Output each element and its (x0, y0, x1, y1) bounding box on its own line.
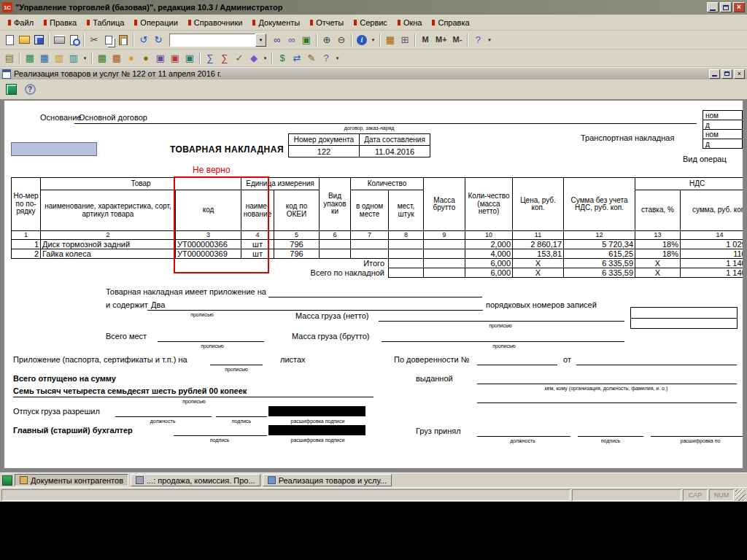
list-icon (136, 476, 144, 484)
menu-item-catalogs[interactable]: Справочники (183, 16, 248, 29)
help-icon[interactable]: ? (471, 33, 485, 47)
menu-item-label: Окна (403, 18, 422, 27)
tab-realization-goods-services[interactable]: Реализация товаров и услу... (263, 474, 392, 486)
zoom-in-icon: ⊕ (323, 35, 331, 44)
screen: 1С "Управление торговлей (базовая)", ред… (0, 0, 747, 560)
form-line (210, 365, 263, 365)
table-row: 1 Диск тормозной задний УТ000000366 шт 7… (12, 240, 743, 249)
combobox-input[interactable] (169, 34, 255, 47)
nomenclature-icon[interactable]: ▥ (66, 51, 81, 66)
new-document-icon[interactable] (2, 33, 17, 47)
menu-item-label: Файл (14, 18, 34, 27)
doc-close-button[interactable]: × (734, 69, 745, 79)
menu-item-reports[interactable]: Отчеты (305, 16, 349, 29)
paste-icon[interactable] (116, 33, 131, 47)
zoom-out-icon[interactable]: ⊖ (334, 33, 349, 47)
menu-item-label: Отчеты (316, 18, 344, 27)
paste-icon (119, 35, 128, 45)
box-divider (631, 318, 737, 319)
cut-icon[interactable]: ✂ (87, 33, 101, 47)
vsego-otpuscheno-label: Всего отпущено на сумму (13, 374, 116, 383)
copy-icon[interactable] (101, 33, 116, 47)
service-messages-icon[interactable] (2, 475, 12, 486)
close-button[interactable]: × (733, 2, 745, 12)
menu-item-help[interactable]: Справка (427, 16, 474, 29)
doc-restore-button[interactable] (721, 69, 732, 79)
planning-icon[interactable]: ◆ (247, 51, 261, 66)
catalogs-dropdown[interactable]: ▼ (81, 51, 89, 66)
minimize-icon (710, 9, 716, 11)
calculator-icon[interactable]: ⊞ (398, 33, 412, 47)
calendar-icon[interactable]: ▦ (383, 33, 398, 47)
service-dropdown[interactable]: ▼ (333, 51, 341, 66)
zoom-in-icon[interactable]: ⊕ (320, 33, 334, 47)
menu-item-windows[interactable]: Окна (392, 16, 427, 29)
info-icon[interactable] (355, 33, 369, 47)
tab-orders-sales-commission[interactable]: ...: продажа, комиссия. Про... (131, 474, 260, 486)
help-button[interactable]: ? (22, 82, 38, 98)
signature-line (174, 435, 267, 436)
menu-item-label: Таблица (93, 18, 124, 27)
sales-report-icon[interactable]: ∑ (203, 51, 217, 66)
menu-item-edit[interactable]: Правка (39, 16, 82, 29)
vsego-mest-label: Всего мест (106, 332, 147, 341)
header-cell: ставка, % (635, 190, 681, 231)
open-icon[interactable] (17, 33, 31, 47)
commission-documents-icon[interactable]: ▣ (182, 51, 197, 66)
cell: 6 335,59 (564, 268, 635, 278)
find-next-icon[interactable]: ∞ (285, 33, 299, 47)
restore-button[interactable] (720, 2, 732, 12)
service-help-icon[interactable]: ? (319, 51, 333, 66)
memory-m-button[interactable]: М (418, 33, 433, 47)
cash-documents-icon[interactable]: ● (124, 51, 139, 66)
counterparty-orders-icon[interactable]: ▦ (23, 51, 37, 66)
sales-documents-icon[interactable]: ▦ (95, 51, 109, 66)
currency-rates-icon[interactable]: $ (275, 51, 290, 66)
warehouse-documents-icon[interactable]: ▣ (153, 51, 168, 66)
header-cell: Но-мер по по-рядку (12, 178, 41, 231)
retail-documents-icon[interactable]: ▣ (168, 51, 182, 66)
cell: 2 (12, 249, 41, 259)
minimize-button[interactable] (707, 2, 719, 12)
find-icon[interactable]: ∞ (270, 33, 285, 47)
exchange-icon[interactable]: ⇄ (290, 51, 304, 66)
cell (389, 240, 424, 249)
osnovanie-value: Основной договор (79, 113, 147, 122)
memory-m-plus-button[interactable]: М+ (433, 33, 450, 47)
menu-item-file[interactable]: Файл (3, 16, 39, 29)
print-icon[interactable] (52, 33, 66, 47)
menu-item-table[interactable]: Таблица (82, 16, 129, 29)
quick-search-combobox[interactable]: ▼ (169, 34, 266, 47)
print-form-settings-icon[interactable]: ▤ (2, 51, 17, 66)
doc-minimize-button[interactable] (709, 69, 720, 79)
price-setting-icon[interactable]: ✓ (232, 51, 247, 66)
combobox-dropdown-icon[interactable]: ▼ (255, 34, 266, 47)
header-cell: Дата составления (360, 134, 430, 146)
save-icon[interactable] (31, 33, 46, 47)
purchase-documents-icon[interactable]: ▦ (109, 51, 124, 66)
info-dropdown[interactable]: ▼ (369, 33, 377, 47)
menu-item-service[interactable]: Сервис (349, 16, 392, 29)
find-next-icon: ∞ (288, 35, 295, 44)
menu-item-documents[interactable]: Документы (247, 16, 305, 29)
undo-icon[interactable]: ↺ (136, 33, 151, 47)
reports-dropdown[interactable]: ▼ (261, 51, 269, 66)
signature-line (115, 416, 212, 417)
menu-bullet-icon (44, 20, 47, 26)
reread-button[interactable] (3, 82, 19, 98)
debt-report-icon[interactable]: ∑ (217, 51, 232, 66)
print-form-settings-icon: ▤ (5, 53, 14, 63)
bank-documents-icon[interactable]: ● (139, 51, 153, 66)
menu-item-operations[interactable]: Операции (129, 16, 182, 29)
price-list-icon[interactable]: ▥ (52, 51, 66, 66)
settings-icon[interactable]: ✎ (304, 51, 319, 66)
inner-orders-icon[interactable]: ▦ (37, 51, 52, 66)
help-dropdown[interactable]: ▼ (485, 33, 493, 47)
sales-documents-icon: ▦ (98, 53, 107, 63)
memory-m-minus-button[interactable]: М- (450, 33, 465, 47)
redo-icon[interactable]: ↻ (151, 33, 166, 47)
find-in-list-icon[interactable]: ▣ (299, 33, 314, 47)
tab-documents-contractors[interactable]: Документы контрагентов (15, 474, 128, 486)
print-preview-icon[interactable] (66, 33, 81, 47)
resize-grip[interactable] (735, 489, 746, 501)
